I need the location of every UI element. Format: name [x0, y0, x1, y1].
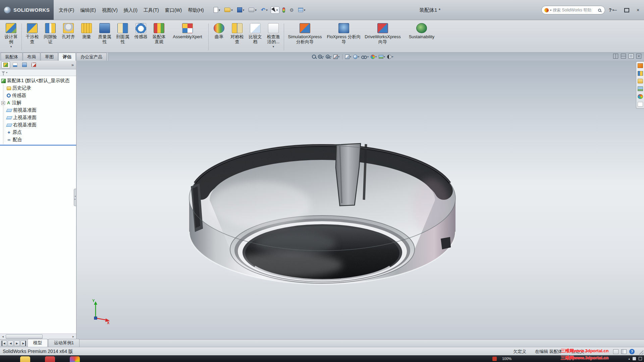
tree-item[interactable]: +注解 [0, 99, 76, 107]
ribbon-button-measure[interactable]: 测量 [77, 21, 96, 52]
command-tab[interactable]: 评估 [58, 53, 76, 61]
ribbon-button-simulationxpress[interactable]: SimulationXpress 分析向导 [285, 21, 324, 52]
qat-print-button[interactable]: ▾ [247, 7, 258, 13]
search-scope-icon[interactable] [544, 8, 549, 12]
panel-splitter[interactable] [74, 189, 76, 206]
appearances-tab[interactable] [638, 94, 643, 99]
dropdown-caret-icon[interactable]: ▾ [266, 8, 268, 12]
qat-select-button[interactable]: ▾ [271, 6, 280, 14]
ribbon-button-floxpress[interactable]: FloXpress 分析向导 [324, 21, 363, 52]
filter-icon[interactable] [2, 71, 5, 75]
menu-item[interactable]: 视图(V) [99, 0, 121, 20]
scroll-thumb[interactable] [6, 335, 43, 339]
qat-rebuild-button[interactable] [281, 6, 286, 14]
pdf-reader-taskbar-icon[interactable] [45, 356, 55, 362]
dropdown-caret-icon[interactable]: ▾ [219, 8, 220, 12]
dropdown-caret-icon[interactable]: ▾ [375, 55, 377, 58]
featuremanager-tab[interactable] [1, 61, 10, 68]
qat-display-button[interactable]: ▾ [297, 7, 307, 13]
last-tab-button[interactable]: ▶ [20, 341, 26, 346]
ribbon-button-symmetry[interactable]: 对称检查 [228, 21, 246, 52]
hide-show-items-button[interactable]: ▾ [361, 55, 369, 59]
minimize-button[interactable]: ─ [611, 7, 619, 13]
assembly-model[interactable] [185, 143, 460, 287]
scroll-left-arrow[interactable]: ◂ [0, 335, 6, 338]
close-pane-button[interactable] [636, 54, 641, 59]
folder-taskbar-icon[interactable] [20, 356, 30, 362]
tree-item[interactable]: 传感器 [0, 92, 76, 99]
tray-icon-2[interactable] [639, 357, 642, 360]
dropdown-caret-icon[interactable]: ▾ [367, 55, 369, 58]
dropdown-caret-icon[interactable]: ▾ [384, 55, 385, 58]
restore-pane-button[interactable] [629, 54, 634, 59]
pane-view-button[interactable] [621, 54, 626, 59]
tray-icon[interactable] [633, 357, 636, 360]
ribbon-button-section-props[interactable]: 剖面属性 [114, 21, 132, 52]
search-box[interactable]: ▾ 搜索 SolidWorks 帮助 [541, 6, 605, 14]
propertymanager-tab[interactable] [11, 61, 19, 68]
command-tab[interactable]: 草图 [41, 53, 58, 61]
doc-tab[interactable]: 模型 [28, 339, 48, 347]
next-tab-button[interactable]: ▶ [14, 341, 20, 346]
grid-icon[interactable] [613, 349, 619, 354]
ribbon-button-hole-align[interactable]: 孔对齐 [59, 21, 77, 52]
custom-properties-tab[interactable] [638, 102, 643, 107]
ribbon-button-design-study[interactable]: 设计算例▾ [2, 21, 20, 52]
help-circle-icon[interactable]: ? [629, 349, 635, 354]
expander-icon[interactable]: + [1, 101, 5, 105]
display-style-button[interactable]: ▾ [353, 54, 360, 59]
tray-app-icon[interactable] [492, 357, 497, 361]
graphics-area[interactable]: Y X [77, 61, 644, 339]
qat-new-button[interactable]: ▾ [212, 6, 222, 14]
dropdown-caret-icon[interactable]: ▾ [304, 8, 306, 12]
close-button[interactable]: × [634, 7, 642, 13]
menu-item[interactable]: 编辑(E) [77, 0, 99, 20]
panel-tabs-chevron[interactable]: » [70, 62, 75, 67]
tree-item[interactable]: 历史记录 [0, 84, 76, 92]
tree-item[interactable]: 装配体1 (默认<默认_显示状态 [0, 77, 76, 84]
command-tab[interactable]: 布局 [23, 53, 40, 61]
dimxpertmanager-tab[interactable] [30, 61, 38, 68]
dropdown-caret-icon[interactable]: ▾ [243, 8, 245, 12]
ribbon-button-curvature[interactable]: 曲率 [210, 21, 228, 52]
ribbon-button-sustainability[interactable]: Sustainability [402, 21, 441, 52]
filter-caret-icon[interactable]: ▾ [6, 71, 7, 74]
maximize-button[interactable] [623, 7, 631, 13]
tree-item[interactable]: 原点 [0, 129, 76, 136]
search-scope-caret-icon[interactable]: ▾ [550, 9, 551, 12]
qat-save-button[interactable]: ▾ [236, 6, 246, 13]
ribbon-button-assembly-visual[interactable]: 装配体直观 [150, 21, 168, 52]
command-tab[interactable]: 办公室产品 [76, 53, 107, 61]
dropdown-caret-icon[interactable]: ▾ [231, 8, 233, 12]
dropdown-caret-icon[interactable]: ▾ [350, 55, 351, 58]
tree-item[interactable]: 右视基准面 [0, 121, 76, 129]
zoom-previous-button[interactable]: ▾ [325, 54, 332, 59]
menu-item[interactable]: 插入(I) [121, 0, 141, 20]
ribbon-button-assemblyxpert[interactable]: AssemblyXpert [168, 21, 207, 52]
resources-tab[interactable] [638, 63, 643, 68]
view-orientation-button[interactable]: ▾ [344, 54, 352, 59]
ribbon-button-sensor[interactable]: 传感器 [132, 21, 150, 52]
split-view-button[interactable] [613, 54, 618, 59]
first-tab-button[interactable]: ◀ [1, 341, 7, 346]
design-library-tab[interactable] [638, 71, 643, 76]
tree-item[interactable]: 上视基准面 [0, 114, 76, 121]
file-explorer-tab[interactable] [638, 79, 643, 83]
scroll-right-arrow[interactable]: ▸ [70, 335, 76, 338]
zoom-area-button[interactable]: ▾ [317, 54, 324, 59]
view-palette-tab[interactable] [638, 86, 643, 91]
dropdown-caret-icon[interactable]: ▾ [358, 55, 359, 58]
qat-undo-button[interactable]: ▾ [260, 6, 269, 14]
ribbon-button-compare-docs[interactable]: 比较文档 [246, 21, 264, 52]
rollback-bar[interactable] [0, 145, 76, 145]
ribbon-button-interference[interactable]: 干涉检查 [23, 21, 41, 52]
section-view-button[interactable]: ▾ [333, 54, 340, 59]
doc-tab[interactable]: 运动算例1 [48, 339, 79, 347]
image-viewer-taskbar-icon[interactable] [70, 356, 80, 362]
dropdown-caret-icon[interactable]: ▾ [255, 8, 257, 12]
prev-tab-button[interactable]: ◀ [8, 341, 13, 346]
resize-grip-icon[interactable] [638, 349, 643, 355]
menu-item[interactable]: 窗口(W) [162, 0, 185, 20]
bearing-lock-nut[interactable] [185, 143, 460, 287]
tray-up-arrow-icon[interactable]: ▴ [628, 357, 630, 360]
